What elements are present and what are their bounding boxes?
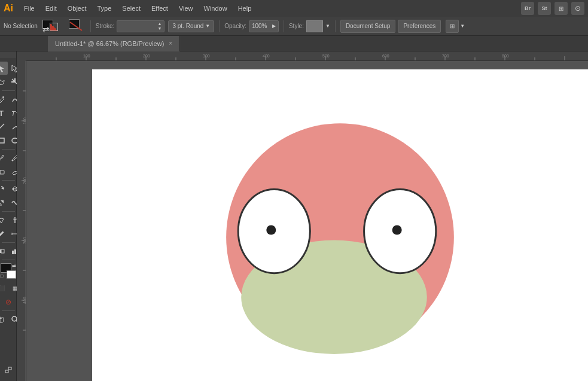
svg-text:500: 500 (322, 54, 330, 58)
control-toolbar: No Selection ⇄ Stroke: ▲ ▼ 3 pt. Round ▼… (0, 17, 588, 36)
warp-tool[interactable] (0, 214, 8, 227)
menu-right-icons: Br St ⊞ ⊙ (521, 2, 584, 15)
selection-label: No Selection (4, 23, 38, 29)
stroke-none-indicator[interactable] (66, 19, 86, 33)
svg-line-9 (0, 124, 4, 130)
cap-style-arrow[interactable]: ▼ (205, 23, 210, 29)
cap-style-value: Round (186, 23, 203, 29)
style-box[interactable] (306, 20, 323, 32)
svg-marker-18 (12, 187, 14, 191)
line-tool[interactable] (0, 120, 8, 133)
arrange-arrow[interactable]: ▼ (460, 23, 465, 29)
svg-marker-1 (0, 65, 4, 72)
svg-rect-10 (0, 138, 4, 143)
tool-sep-7 (2, 310, 15, 311)
eyedropper-tool[interactable] (0, 227, 8, 240)
opacity-arrow[interactable]: ▶ (272, 23, 276, 29)
opacity-dropdown[interactable]: 100% ▶ (249, 20, 279, 32)
rotate-icon (0, 185, 5, 193)
svg-rect-27 (14, 249, 16, 254)
color-selector-area[interactable]: ⇄ □ (1, 263, 16, 279)
search-icon[interactable]: ⊙ (571, 2, 584, 15)
opacity-label: Opacity: (224, 23, 246, 29)
pen-tool[interactable] (0, 93, 8, 106)
svg-text:400: 400 (23, 297, 26, 304)
document-tab[interactable]: Untitled-1* @ 66.67% (RGB/Preview) × (48, 36, 180, 51)
tool-sep-4 (2, 211, 15, 212)
selection-tool[interactable] (0, 62, 8, 75)
sep2 (219, 20, 220, 32)
menu-bar: Ai File Edit Object Type Select Effect V… (0, 0, 588, 17)
left-pupil (266, 225, 276, 235)
sep3 (284, 20, 284, 32)
warp-icon (0, 216, 5, 224)
arrange-icon[interactable]: ⊞ (446, 20, 459, 33)
main-workspace: T T (0, 51, 588, 381)
default-colors-icon[interactable]: □ (1, 273, 4, 279)
eraser-tool[interactable] (0, 165, 8, 178)
hand-icon (0, 315, 5, 324)
workspace-icon[interactable]: ⊞ (555, 2, 568, 15)
paintbrush-icon (0, 154, 5, 162)
sep1 (90, 20, 91, 32)
lasso-tool[interactable] (0, 75, 8, 89)
stroke-weight-arrows[interactable]: ▲ ▼ (157, 22, 162, 31)
arrange-panel-btn[interactable]: ⊞ ▼ (446, 20, 465, 33)
transform-icon (4, 365, 13, 374)
h-ruler-marks: 100 200 300 400 500 600 700 800 (26, 51, 588, 61)
menu-select[interactable]: Select (117, 4, 145, 13)
svg-point-29 (12, 316, 17, 321)
pen-icon (0, 95, 5, 103)
menu-file[interactable]: File (19, 4, 39, 13)
paintbrush-tool[interactable] (0, 151, 8, 164)
rect-tool[interactable] (0, 134, 8, 147)
color-mode-btn[interactable]: ⬛ (0, 282, 8, 295)
artboard[interactable] (92, 69, 588, 381)
tool-sep-6 (2, 260, 15, 260)
right-pupil (392, 225, 402, 235)
svg-line-5 (12, 79, 13, 80)
menu-window[interactable]: Window (199, 4, 232, 13)
menu-effect[interactable]: Effect (147, 4, 173, 13)
svg-marker-16 (1, 187, 4, 190)
hand-tool[interactable] (0, 313, 8, 326)
bridge-icon[interactable]: Br (521, 2, 534, 15)
none-mode-btn[interactable]: ⊘ (2, 295, 15, 309)
sep4 (335, 20, 336, 32)
doc-setup-button[interactable]: Document Setup (340, 20, 396, 33)
horizontal-ruler: 100 200 300 400 500 600 700 800 (26, 51, 588, 61)
preferences-button[interactable]: Preferences (398, 20, 441, 33)
menu-type[interactable]: Type (93, 4, 117, 13)
tool-sep-1 (2, 90, 15, 91)
svg-text:200: 200 (143, 54, 150, 58)
type-icon: T (0, 109, 4, 118)
svg-line-0 (70, 22, 82, 31)
stock-icon[interactable]: St (538, 2, 551, 15)
scale-icon (0, 199, 5, 207)
menu-object[interactable]: Object (63, 4, 92, 13)
stroke-weight-dropdown[interactable]: ▲ ▼ (117, 20, 164, 32)
eyedropper-icon (0, 230, 5, 238)
menu-help[interactable]: Help (233, 4, 257, 13)
stroke-label: Stroke: (96, 23, 115, 29)
svg-text:700: 700 (442, 54, 449, 58)
swap-colors-icon[interactable]: ⇄ (12, 263, 16, 269)
menu-edit[interactable]: Edit (41, 4, 62, 13)
bottom-panel-area (2, 363, 15, 379)
left-toolbar: T T (0, 51, 17, 381)
canvas-background (26, 61, 588, 381)
stroke-size-box[interactable]: 3 pt. Round ▼ (168, 20, 214, 32)
stroke-swatch[interactable] (7, 270, 16, 279)
vertical-ruler: 100 200 300 400 (17, 61, 26, 381)
blend-tool[interactable] (0, 245, 8, 258)
style-arrow[interactable]: ▼ (325, 23, 330, 29)
scale-tool[interactable] (0, 196, 8, 209)
svg-text:T: T (11, 111, 16, 117)
fill-color-area[interactable]: ⇄ (42, 20, 63, 33)
type-tool[interactable]: T (0, 106, 8, 120)
tab-close-btn[interactable]: × (169, 40, 172, 47)
svg-rect-32 (8, 367, 11, 370)
rotate-tool[interactable] (0, 182, 8, 196)
transform-panel-btn[interactable] (2, 363, 15, 376)
menu-view[interactable]: View (174, 4, 198, 13)
